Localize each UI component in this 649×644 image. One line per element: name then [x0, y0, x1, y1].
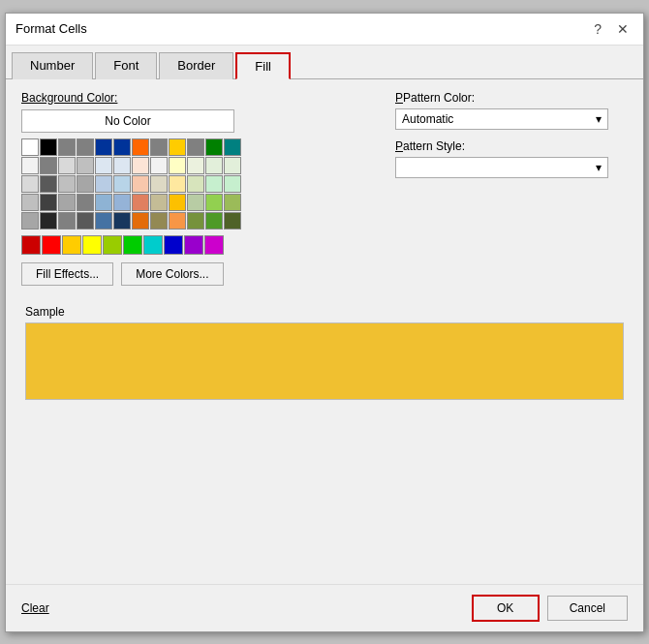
accent-color-cell[interactable] — [143, 235, 163, 255]
color-cell[interactable] — [187, 157, 204, 174]
tab-bar: Number Font Border Fill — [6, 46, 643, 79]
fill-effects-button[interactable]: Fill Effects... — [21, 262, 113, 286]
pattern-section: PPattern Color: Automatic ▾ Pattern Styl… — [395, 91, 628, 286]
accent-color-cell[interactable] — [123, 235, 142, 255]
color-cell[interactable] — [132, 175, 149, 193]
ok-button[interactable]: OK — [472, 595, 540, 622]
color-cell[interactable] — [150, 212, 168, 230]
color-cell[interactable] — [21, 157, 39, 174]
color-cell[interactable] — [58, 212, 76, 230]
color-cell[interactable] — [224, 175, 241, 193]
accent-color-cell[interactable] — [82, 235, 102, 255]
color-cell[interactable] — [77, 212, 94, 230]
clear-link[interactable]: Clear — [21, 601, 49, 615]
pattern-style-dropdown[interactable]: ▾ — [395, 157, 608, 178]
color-cell[interactable] — [40, 138, 57, 156]
color-cell[interactable] — [21, 194, 39, 211]
color-cell[interactable] — [224, 138, 241, 156]
tab-number[interactable]: Number — [12, 52, 93, 79]
help-button[interactable]: ? — [589, 19, 606, 39]
accent-color-cell[interactable] — [103, 235, 122, 255]
accent-color-cell[interactable] — [204, 235, 224, 255]
cancel-button[interactable]: Cancel — [547, 596, 628, 621]
color-cell[interactable] — [113, 138, 131, 156]
color-cell[interactable] — [169, 157, 186, 174]
dialog-title: Format Cells — [15, 21, 87, 36]
chevron-down-icon-2: ▾ — [596, 161, 602, 174]
color-cell[interactable] — [95, 157, 112, 174]
color-cell[interactable] — [58, 138, 76, 156]
color-cell[interactable] — [77, 138, 94, 156]
color-cell[interactable] — [40, 194, 57, 211]
color-cell[interactable] — [169, 194, 186, 211]
color-cell[interactable] — [58, 175, 76, 193]
color-cell[interactable] — [224, 157, 241, 174]
color-cell[interactable] — [169, 212, 186, 230]
color-cell[interactable] — [21, 212, 39, 230]
accent-color-cell[interactable] — [42, 235, 61, 255]
color-cell[interactable] — [187, 194, 204, 211]
tab-fill[interactable]: Fill — [235, 52, 291, 79]
color-cell[interactable] — [205, 212, 223, 230]
color-cell[interactable] — [77, 157, 94, 174]
color-cell[interactable] — [113, 194, 131, 211]
color-cell[interactable] — [113, 157, 131, 174]
color-cell[interactable] — [150, 138, 168, 156]
color-cell[interactable] — [95, 212, 112, 230]
background-color-section: Background Color: No Color Fill Effects.… — [21, 91, 376, 286]
color-cell[interactable] — [224, 194, 241, 211]
sample-section: Sample — [21, 305, 628, 400]
color-row — [21, 175, 376, 193]
bottom-buttons: Clear OK Cancel — [6, 584, 643, 631]
tab-border[interactable]: Border — [159, 52, 233, 79]
color-cell[interactable] — [150, 157, 168, 174]
accent-color-cell[interactable] — [184, 235, 203, 255]
color-cell[interactable] — [205, 138, 223, 156]
color-cell[interactable] — [77, 175, 94, 193]
color-cell[interactable] — [77, 194, 94, 211]
chevron-down-icon: ▾ — [596, 112, 602, 126]
color-cell[interactable] — [150, 194, 168, 211]
color-cell[interactable] — [113, 212, 131, 230]
color-cell[interactable] — [132, 194, 149, 211]
color-cell[interactable] — [169, 175, 186, 193]
sample-box — [25, 322, 624, 400]
color-cell[interactable] — [187, 138, 204, 156]
color-cell[interactable] — [95, 194, 112, 211]
color-cell[interactable] — [187, 175, 204, 193]
color-cell[interactable] — [21, 175, 39, 193]
tab-font[interactable]: Font — [95, 52, 157, 79]
color-cell[interactable] — [150, 175, 168, 193]
color-cell[interactable] — [113, 175, 131, 193]
no-color-button[interactable]: No Color — [21, 109, 234, 133]
background-color-label: Background Color: — [21, 91, 376, 105]
color-cell[interactable] — [40, 212, 57, 230]
accent-row — [21, 235, 376, 255]
color-cell[interactable] — [58, 157, 76, 174]
color-cell[interactable] — [95, 138, 112, 156]
more-colors-button[interactable]: More Colors... — [121, 262, 223, 286]
accent-color-cell[interactable] — [164, 235, 183, 255]
color-cell[interactable] — [132, 157, 149, 174]
color-cell[interactable] — [205, 194, 223, 211]
color-cell[interactable] — [40, 175, 57, 193]
color-cell[interactable] — [205, 157, 223, 174]
accent-color-cell[interactable] — [62, 235, 81, 255]
color-cell[interactable] — [40, 157, 57, 174]
color-cell[interactable] — [132, 212, 149, 230]
color-cell[interactable] — [205, 175, 223, 193]
color-cell[interactable] — [21, 138, 39, 156]
color-cell[interactable] — [95, 175, 112, 193]
color-cell[interactable] — [224, 212, 241, 230]
color-cell[interactable] — [187, 212, 204, 230]
color-cell[interactable] — [169, 138, 186, 156]
color-cell[interactable] — [132, 138, 149, 156]
close-button[interactable]: ✕ — [612, 19, 634, 39]
accent-color-cell[interactable] — [21, 235, 41, 255]
sample-label: Sample — [25, 305, 624, 319]
color-row — [21, 157, 376, 174]
color-cell[interactable] — [58, 194, 76, 211]
pattern-color-dropdown[interactable]: Automatic ▾ — [395, 108, 608, 130]
pattern-color-label: PPattern Color: — [395, 91, 628, 105]
fill-buttons: Fill Effects... More Colors... — [21, 262, 376, 286]
